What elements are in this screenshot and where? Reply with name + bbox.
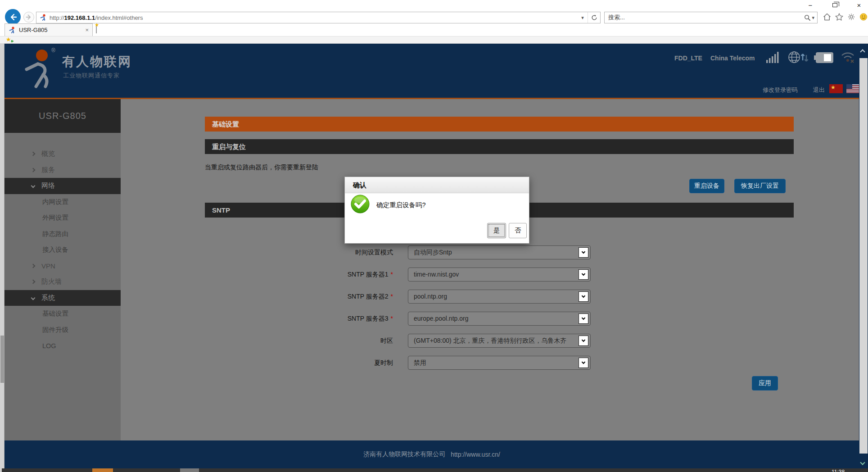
required-asterisk: * — [391, 271, 393, 278]
chevron-down-icon — [582, 272, 585, 276]
sidebar-item-lan-settings[interactable]: 内网设置 — [5, 194, 121, 210]
add-favorite-icon[interactable]: ★ — [6, 36, 11, 43]
tab-close-icon[interactable]: × — [85, 27, 89, 33]
url-path: /index.html#others — [95, 14, 143, 21]
tab-bar: USR-G805 × ★ — [0, 23, 868, 36]
home-icon[interactable] — [823, 13, 831, 21]
dialog-no-button[interactable]: 否 — [509, 223, 527, 238]
dialog-title: 确认 — [345, 177, 529, 193]
sidebar-item-overview[interactable]: 概览 — [5, 146, 121, 162]
left-scrollbar[interactable] — [0, 44, 5, 472]
sidebar-item-vpn[interactable]: VPN — [5, 258, 121, 274]
sidebar-item-label: VPN — [41, 262, 55, 270]
refresh-button[interactable] — [588, 12, 600, 23]
page-footer: 济南有人物联网技术有限公司 http://www.usr.cn/ — [5, 440, 859, 468]
new-tab-button[interactable]: ★ — [96, 25, 105, 34]
apply-button[interactable]: 应用 — [752, 376, 778, 390]
sidebar-item-log[interactable]: LOG — [5, 338, 121, 354]
search-input[interactable]: 搜索... ▾ — [604, 12, 818, 23]
sidebar-item-label: 接入设备 — [42, 245, 68, 254]
right-scrollbar[interactable] — [859, 44, 868, 468]
sidebar-item-wan-settings[interactable]: 外网设置 — [5, 210, 121, 226]
field-label-timezone: 时区 — [121, 337, 393, 345]
search-dropdown-icon[interactable]: ▾ — [812, 15, 814, 21]
restart-device-button[interactable]: 重启设备 — [689, 179, 724, 193]
url-scheme: http:// — [50, 14, 64, 21]
left-scrollbar-thumb[interactable] — [0, 336, 4, 383]
restore-button[interactable] — [828, 0, 841, 10]
scroll-up-icon[interactable] — [860, 49, 865, 54]
favorites-star-icon[interactable] — [835, 13, 843, 21]
scroll-down-icon[interactable] — [860, 460, 865, 465]
english-language-flag[interactable] — [846, 84, 860, 93]
select-value-dst: 禁用 — [408, 356, 590, 369]
sidebar-item-label: 防火墙 — [41, 277, 62, 286]
form-row-dst: 夏时制禁用 — [121, 356, 859, 370]
select-sntp-server-1[interactable]: time-nw.nist.gov — [408, 268, 591, 281]
select-value-time-mode: 自动同步Sntp — [408, 246, 590, 259]
registered-mark: ® — [51, 47, 55, 54]
url-dropdown-icon[interactable]: ▾ — [578, 15, 588, 21]
sidebar-item-basic-settings[interactable]: 基础设置 — [5, 306, 121, 322]
url-domain: 192.168.1.1 — [64, 14, 95, 21]
form-row-timezone: 时区(GMT+08:00) 北京，重庆，香港特别行政区，乌鲁木齐 — [121, 334, 859, 348]
select-dropdown-button[interactable] — [579, 313, 588, 324]
select-sntp-server-2[interactable]: pool.ntp.org — [408, 290, 591, 304]
footer-company: 济南有人物联网技术有限公司 — [363, 450, 445, 458]
field-label-sntp-server-1: SNTP 服务器1* — [121, 271, 393, 279]
select-time-mode[interactable]: 自动同步Sntp — [408, 245, 591, 259]
sidebar-item-label: 概览 — [41, 150, 55, 158]
dialog-yes-button[interactable]: 是 — [487, 223, 506, 238]
sidebar-item-access-devices[interactable]: 接入设备 — [5, 242, 121, 258]
select-dst[interactable]: 禁用 — [408, 356, 591, 370]
taskbar-clock: 11:38 — [832, 469, 845, 472]
chinese-language-flag[interactable]: ★ — [829, 84, 843, 93]
carrier-label: China Telecom — [710, 54, 755, 62]
address-bar[interactable]: http://192.168.1.1/index.html#others ▾ — [36, 12, 601, 23]
restore-icon — [832, 3, 837, 7]
brand-title: 有人物联网 — [62, 53, 132, 70]
tab-title: USR-G805 — [19, 27, 48, 33]
sidebar-item-firmware-upgrade[interactable]: 固件升级 — [5, 322, 121, 338]
chevron-down-icon — [582, 360, 585, 364]
sidebar-item-system[interactable]: 系统 — [5, 290, 121, 306]
select-dropdown-button[interactable] — [579, 336, 588, 346]
chevron-down-icon — [582, 294, 585, 298]
select-sntp-server-3[interactable]: europe.pool.ntp.org — [408, 312, 591, 326]
minimize-button[interactable]: − — [804, 0, 817, 10]
select-dropdown-button[interactable] — [579, 247, 588, 258]
sidebar-item-firewall[interactable]: 防火墙 — [5, 274, 121, 290]
logout-link[interactable]: 退出 — [813, 86, 825, 94]
smiley-feedback-icon[interactable] — [859, 13, 868, 21]
search-placeholder: 搜索... — [608, 14, 625, 22]
select-dropdown-button[interactable] — [579, 358, 588, 368]
chevron-right-icon — [31, 263, 36, 268]
search-icon[interactable] — [804, 14, 811, 21]
tab-favicon — [9, 27, 16, 34]
close-button[interactable]: × — [853, 0, 865, 10]
change-password-link[interactable]: 修改登录密码 — [763, 86, 798, 94]
wifi-disabled-icon — [840, 51, 856, 64]
sidebar-item-network[interactable]: 网络 — [5, 178, 121, 194]
back-button[interactable] — [5, 9, 21, 25]
select-dropdown-button[interactable] — [579, 291, 588, 302]
brand-slogan: 工业物联网通信专家 — [63, 72, 120, 80]
back-arrow-icon — [9, 13, 17, 21]
sidebar-item-label: 服务 — [41, 166, 55, 174]
new-tab-icon: ★ — [96, 25, 97, 33]
right-scrollbar-thumb[interactable] — [859, 58, 868, 454]
sidebar-item-services[interactable]: 服务 — [5, 162, 121, 178]
forward-button[interactable] — [23, 12, 34, 23]
sidebar-item-static-route[interactable]: 静态路由 — [5, 226, 121, 242]
forward-arrow-icon — [26, 14, 32, 20]
select-dropdown-button[interactable] — [579, 269, 588, 280]
gear-icon[interactable] — [847, 13, 855, 21]
factory-reset-button[interactable]: 恢复出厂设置 — [734, 179, 786, 193]
footer-url[interactable]: http://www.usr.cn/ — [451, 451, 500, 458]
confirm-dialog: 确认 确定重启设备吗? 是 否 — [344, 177, 529, 244]
sidebar-item-label: LOG — [42, 342, 56, 349]
browser-window: − × http://192.168.1.1/index.html#others… — [0, 0, 868, 472]
tab-usr-g805[interactable]: USR-G805 × — [5, 23, 93, 36]
sidebar-item-label: 系统 — [41, 294, 55, 302]
select-timezone[interactable]: (GMT+08:00) 北京，重庆，香港特别行政区，乌鲁木齐 — [408, 334, 591, 348]
